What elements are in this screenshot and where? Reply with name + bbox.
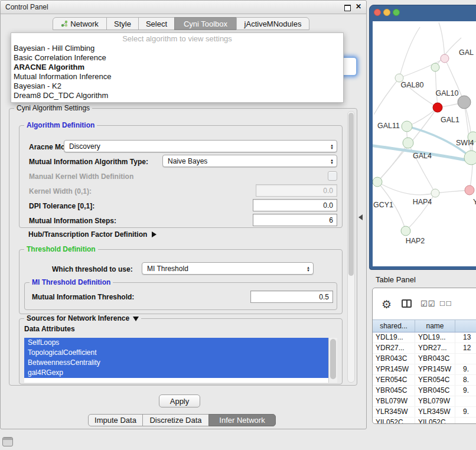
network-node[interactable] (458, 96, 471, 109)
tab-discretize-data[interactable]: Discretize Data (142, 414, 209, 426)
network-node[interactable] (431, 63, 439, 71)
network-node[interactable] (402, 121, 412, 132)
dropdown-item[interactable]: Basic Correlation Inference (11, 53, 343, 63)
list-item[interactable]: gal4RGexp (24, 368, 329, 378)
field-value: 0.5 (319, 293, 329, 301)
network-node[interactable] (441, 54, 449, 63)
combo-arrows-icon: ▴▾ (304, 266, 313, 272)
cell: YBR043C (415, 354, 455, 364)
table-row[interactable]: YBL079W YBL079W (373, 396, 476, 407)
cell: YIL052C (415, 418, 455, 423)
mi-algorithm-type-select[interactable]: Naive Bayes ▴▾ (162, 155, 337, 167)
dpi-tolerance-field[interactable]: 0.0 (253, 199, 337, 211)
scrollbar-thumb[interactable] (348, 113, 354, 276)
table-row[interactable]: YLR345W YLR345W 9. (373, 407, 476, 418)
dropdown-item[interactable]: Bayesian - Hill Climbing (11, 44, 343, 53)
dropdown-item-selected[interactable]: ARACNE Algorithm (11, 63, 343, 72)
tab-impute-data[interactable]: Impute Data (88, 414, 143, 426)
combo-arrows-icon: ▴▾ (327, 158, 337, 164)
group-title[interactable]: Sources for Network Inference (24, 314, 141, 322)
table-row[interactable]: YBR043C YBR043C (373, 354, 476, 364)
manual-kernel-checkbox[interactable] (328, 171, 337, 181)
cell: 13 (455, 332, 476, 343)
cell: 9. (455, 407, 476, 417)
table-row[interactable]: YIL052C YIL052C (373, 418, 476, 423)
float-window-icon[interactable] (344, 5, 351, 11)
tab-network[interactable]: Network (53, 17, 107, 30)
column-header-extra[interactable] (455, 320, 476, 332)
table-panel-title: Table Panel (376, 275, 416, 284)
tab-style[interactable]: Style (106, 17, 139, 30)
network-node[interactable] (464, 151, 476, 165)
columns-icon[interactable] (402, 299, 412, 308)
mi-steps-field[interactable]: 6 (253, 214, 337, 226)
threshold-select[interactable]: MI Threshold ▴▾ (142, 262, 314, 275)
cell: YER054C (415, 375, 455, 385)
cell: YBR045C (373, 386, 415, 396)
threshold-definition-group: Threshold Definition Which threshold to … (19, 249, 343, 314)
list-item[interactable]: BetweennessCentrality (24, 358, 329, 368)
list-scrollbar[interactable] (328, 338, 337, 383)
zoom-traffic-light[interactable] (393, 9, 400, 16)
select-all-rows-icon[interactable]: ☑☑ (420, 299, 435, 308)
hub-definition-toggle[interactable]: Hub/Transcription Factor Definition (28, 229, 157, 239)
tab-cyni-toolbox[interactable]: Cyni Toolbox (174, 17, 237, 30)
tab-label: Style (114, 19, 131, 28)
mi-type-label: Mutual Information Algorithm Type: (29, 158, 148, 166)
table-row[interactable]: YER054C YER054C 8. (373, 375, 476, 386)
deselect-rows-icon[interactable]: ☐☐ (439, 300, 452, 308)
panel-collapse-arrow[interactable] (358, 214, 363, 220)
network-node[interactable] (403, 138, 413, 148)
table-row[interactable]: YBR045C YBR045C 9. (373, 386, 476, 396)
table-row[interactable]: YPR145W YPR145W 9. (373, 364, 476, 375)
tab-jactivemnodules[interactable]: jActiveMNodules (236, 17, 309, 30)
apply-button[interactable]: Apply (159, 394, 200, 407)
close-traffic-light[interactable] (374, 9, 381, 16)
network-node[interactable] (401, 226, 410, 236)
network-canvas[interactable]: GAL GAL80 GAL10 GAL11 GAL1 SWI4 GAL4 GCY… (373, 21, 476, 266)
control-panel-titlebar[interactable]: Control Panel ✕ (1, 1, 366, 14)
button-label: Apply (170, 397, 190, 406)
attributes-list[interactable]: SelfLoops TopologicalCoefficient Between… (24, 338, 337, 383)
tab-select[interactable]: Select (138, 17, 175, 30)
gear-icon[interactable]: ⚙ (382, 298, 392, 311)
collapse-arrow-icon (133, 317, 139, 321)
dropdown-item[interactable]: Mutual Information Inference (11, 72, 343, 81)
aracne-mode-select[interactable]: Discovery ▴▾ (64, 140, 337, 152)
hub-definition-label: Hub/Transcription Factor Definition (28, 230, 147, 239)
settings-scrollbar[interactable] (347, 111, 355, 383)
tab-infer-network[interactable]: Infer Network (208, 414, 276, 426)
network-node[interactable] (431, 189, 439, 197)
table-row[interactable]: YDL19... YDL19... 13 (373, 332, 476, 343)
group-title: Algorithm Definition (24, 121, 97, 129)
table-row[interactable]: YDR27... YDR27... 12 (373, 343, 476, 354)
close-icon[interactable]: ✕ (356, 2, 361, 11)
list-item[interactable]: SelfLoops (24, 338, 329, 348)
mi-steps-label: Mutual Information Steps: (29, 217, 116, 225)
mi-threshold-field[interactable]: 0.5 (250, 291, 333, 303)
network-node[interactable] (373, 177, 382, 187)
docked-panel-icon[interactable] (2, 437, 13, 446)
column-header-shared-name[interactable]: shared... (373, 320, 415, 332)
field-value: 0.0 (323, 201, 333, 210)
list-item-label: BetweennessCentrality (28, 358, 100, 367)
kernel-width-field: 0.0 (256, 184, 337, 197)
selected-value: Discovery (64, 142, 327, 151)
mi-threshold-group: MI Threshold Definition Mutual Informati… (24, 282, 337, 310)
dropdown-item[interactable]: Bayesian - K2 (11, 81, 343, 91)
cell: YIL052C (373, 418, 415, 423)
network-node[interactable] (465, 185, 474, 195)
group-title: Cyni Algorithm Settings (14, 104, 92, 112)
dropdown-item[interactable]: Dream8 DC_TDC Algorithm (11, 91, 343, 100)
cell: 9. (455, 364, 476, 374)
minimize-traffic-light[interactable] (383, 9, 390, 16)
cell: YBR045C (415, 386, 455, 396)
list-item[interactable]: TopologicalCoefficient (24, 348, 329, 358)
cell: 8. (455, 375, 476, 385)
scrollbar-thumb[interactable] (330, 339, 336, 379)
column-header-name[interactable]: name (415, 320, 455, 332)
sources-group: Sources for Network Inference Data Attri… (19, 318, 343, 384)
cell: YDL19... (415, 332, 455, 343)
network-node-selected[interactable] (433, 103, 442, 112)
algorithm-dropdown-popup: Select algorithm to view settings Bayesi… (11, 32, 344, 103)
